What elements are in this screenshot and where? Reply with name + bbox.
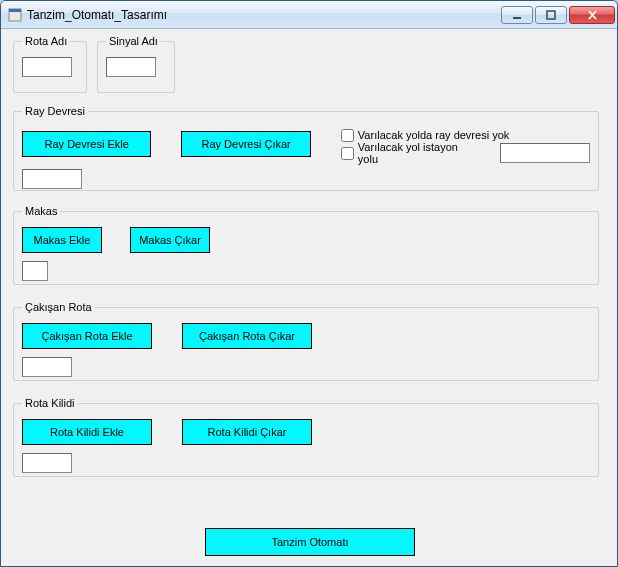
legend-cakisan: Çakışan Rota [22, 301, 95, 313]
makas-add-button[interactable]: Makas Ekle [22, 227, 102, 253]
istasyon-yol-input[interactable] [500, 143, 590, 163]
group-ray-devresi: Ray Devresi Ray Devresi Ekle Ray Devresi… [13, 105, 599, 191]
group-rota-adi: Rota Adı [13, 35, 87, 93]
svg-rect-2 [513, 17, 521, 19]
group-rota-kilidi: Rota Kilidi Rota Kilidi Ekle Rota Kilidi… [13, 397, 599, 477]
legend-ray: Ray Devresi [22, 105, 88, 117]
legend-kilidi: Rota Kilidi [22, 397, 78, 409]
minimize-button[interactable] [501, 6, 533, 24]
legend-sinyal-adi: Sinyal Adı [106, 35, 161, 47]
group-makas: Makas Makas Ekle Makas Çıkar [13, 205, 599, 285]
titlebar[interactable]: Tanzim_Otomatı_Tasarımı [1, 1, 617, 29]
ray-add-button[interactable]: Ray Devresi Ekle [22, 131, 151, 157]
legend-rota-adi: Rota Adı [22, 35, 70, 47]
svg-rect-1 [9, 9, 21, 12]
chk-no-ray[interactable] [341, 129, 354, 142]
app-icon [7, 7, 23, 23]
svg-rect-3 [547, 11, 555, 19]
cakisan-remove-button[interactable]: Çakışan Rota Çıkar [182, 323, 312, 349]
client-area: Rota Adı Sinyal Adı Ray Devresi Ray Devr… [1, 29, 617, 566]
window-title: Tanzim_Otomatı_Tasarımı [27, 8, 501, 22]
ray-field-input[interactable] [22, 169, 82, 189]
kilidi-remove-button[interactable]: Rota Kilidi Çıkar [182, 419, 312, 445]
app-window: Tanzim_Otomatı_Tasarımı Rota Adı Sinyal … [0, 0, 618, 567]
close-button[interactable] [569, 6, 615, 24]
chk-istasyon[interactable] [341, 147, 354, 160]
tanzim-otomati-button[interactable]: Tanzim Otomatı [205, 528, 415, 556]
kilidi-add-button[interactable]: Rota Kilidi Ekle [22, 419, 152, 445]
chk-istasyon-label: Varılacak yol istayon yolu [358, 141, 480, 165]
makas-field-input[interactable] [22, 261, 48, 281]
chk-istasyon-row[interactable]: Varılacak yol istayon yolu [341, 145, 590, 161]
cakisan-add-button[interactable]: Çakışan Rota Ekle [22, 323, 152, 349]
sinyal-adi-input[interactable] [106, 57, 156, 77]
window-controls [501, 6, 615, 24]
maximize-button[interactable] [535, 6, 567, 24]
kilidi-field-input[interactable] [22, 453, 72, 473]
cakisan-field-input[interactable] [22, 357, 72, 377]
rota-adi-input[interactable] [22, 57, 72, 77]
chk-no-ray-label: Varılacak yolda ray devresi yok [358, 129, 509, 141]
group-sinyal-adi: Sinyal Adı [97, 35, 175, 93]
ray-remove-button[interactable]: Ray Devresi Çıkar [181, 131, 310, 157]
group-cakisan-rota: Çakışan Rota Çakışan Rota Ekle Çakışan R… [13, 301, 599, 381]
legend-makas: Makas [22, 205, 60, 217]
makas-remove-button[interactable]: Makas Çıkar [130, 227, 210, 253]
